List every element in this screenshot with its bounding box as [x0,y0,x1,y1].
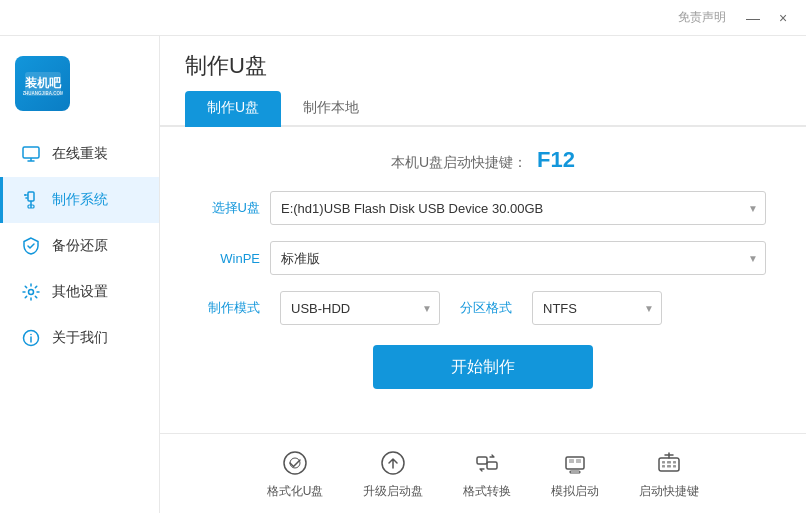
mode-select[interactable]: USB-HDD USB-ZIP USB-FDD [280,291,440,325]
upgrade-boot-icon [378,448,408,478]
svg-text:装机吧: 装机吧 [25,76,62,90]
tab-make-usb[interactable]: 制作U盘 [185,91,281,127]
svg-point-17 [284,452,306,474]
boot-shortcut-label: 启动快捷键 [639,483,699,500]
winpe-select-wrapper: 标准版 精简版 高级版 ▼ [270,241,766,275]
svg-point-18 [290,458,300,468]
svg-rect-27 [662,461,665,464]
part-label: 分区格式 [460,299,512,317]
shortcut-hint: 本机U盘启动快捷键： F12 [200,147,766,173]
part-select-wrapper: NTFS FAT32 exFAT ▼ [532,291,662,325]
app-container: 装机吧 ZHUANGJIBA.COM 在线重装 [0,36,806,513]
format-convert-label: 格式转换 [463,483,511,500]
title-bar: 免责声明 — × [0,0,806,36]
content-area: 制作U盘 制作U盘 制作本地 本机U盘启动快捷键： F12 选择U盘 E:(hd… [160,36,806,513]
shortcut-key: F12 [537,147,575,172]
svg-rect-20 [477,457,487,464]
usb-label: 选择U盘 [200,199,260,217]
svg-rect-3 [23,147,39,158]
title-bar-actions: 免责声明 — × [678,8,796,28]
winpe-label: WinPE [200,251,260,266]
simulate-boot-label: 模拟启动 [551,483,599,500]
bottom-tool-format-usb[interactable]: 格式化U盘 [267,448,324,500]
usb-select-wrapper: E:(hd1)USB Flash Disk USB Device 30.00GB… [270,191,766,225]
bottom-bar: 格式化U盘 升级启动盘 [160,433,806,513]
logo-box: 装机吧 ZHUANGJIBA.COM [15,56,70,111]
gear-icon [20,281,42,303]
shield-icon [20,235,42,257]
sidebar-item-online-reinstall[interactable]: 在线重装 [0,131,159,177]
svg-rect-28 [667,461,671,464]
part-select[interactable]: NTFS FAT32 exFAT [532,291,662,325]
format-convert-icon [472,448,502,478]
svg-rect-32 [673,465,676,468]
close-button[interactable]: × [770,8,796,28]
bottom-tool-simulate-boot[interactable]: 模拟启动 [551,448,599,500]
bottom-tool-format-convert[interactable]: 格式转换 [463,448,511,500]
usb-icon [20,189,42,211]
tab-make-local[interactable]: 制作本地 [281,91,381,127]
logo-area: 装机吧 ZHUANGJIBA.COM [0,46,85,131]
format-usb-label: 格式化U盘 [267,483,324,500]
shortcut-prefix: 本机U盘启动快捷键： [391,154,527,170]
svg-point-13 [29,290,34,295]
sidebar-item-backup-restore[interactable]: 备份还原 [0,223,159,269]
mode-select-wrapper: USB-HDD USB-ZIP USB-FDD ▼ [280,291,440,325]
usb-select[interactable]: E:(hd1)USB Flash Disk USB Device 30.00GB [270,191,766,225]
winpe-select-row: WinPE 标准版 精简版 高级版 ▼ [200,241,766,275]
mode-label: 制作模式 [200,299,260,317]
usb-select-row: 选择U盘 E:(hd1)USB Flash Disk USB Device 30… [200,191,766,225]
svg-rect-29 [673,461,676,464]
logo-icon: 装机吧 ZHUANGJIBA.COM [23,64,63,104]
sidebar-label-online-reinstall: 在线重装 [52,145,108,163]
svg-rect-31 [667,465,671,468]
svg-point-16 [30,334,32,336]
svg-rect-23 [570,471,580,473]
simulate-boot-icon [560,448,590,478]
svg-rect-30 [662,465,665,468]
sidebar-item-about-us[interactable]: 关于我们 [0,315,159,361]
sidebar-label-make-system: 制作系统 [52,191,108,209]
minimize-button[interactable]: — [740,8,766,28]
tabs-bar: 制作U盘 制作本地 [160,91,806,127]
svg-point-12 [25,197,27,199]
sidebar-label-about-us: 关于我们 [52,329,108,347]
svg-rect-24 [569,459,574,463]
sidebar-item-make-system[interactable]: 制作系统 [0,177,159,223]
svg-rect-25 [576,459,581,463]
bottom-tool-upgrade-boot[interactable]: 升级启动盘 [363,448,423,500]
winpe-select[interactable]: 标准版 精简版 高级版 [270,241,766,275]
page-title: 制作U盘 [185,51,267,81]
sidebar-item-other-settings[interactable]: 其他设置 [0,269,159,315]
disclaimer-link[interactable]: 免责声明 [678,9,726,26]
boot-shortcut-icon [654,448,684,478]
sidebar: 装机吧 ZHUANGJIBA.COM 在线重装 [0,36,160,513]
sidebar-label-other-settings: 其他设置 [52,283,108,301]
svg-rect-22 [566,457,584,469]
svg-rect-21 [487,462,497,469]
info-icon [20,327,42,349]
upgrade-boot-label: 升级启动盘 [363,483,423,500]
svg-rect-6 [28,192,34,201]
bottom-tool-boot-shortcut[interactable]: 启动快捷键 [639,448,699,500]
start-button[interactable]: 开始制作 [373,345,593,389]
mode-partition-row: 制作模式 USB-HDD USB-ZIP USB-FDD ▼ 分区格式 NTFS… [200,291,766,325]
svg-text:ZHUANGJIBA.COM: ZHUANGJIBA.COM [23,91,63,96]
active-bar [0,177,3,223]
form-area: 本机U盘启动快捷键： F12 选择U盘 E:(hd1)USB Flash Dis… [160,127,806,433]
sidebar-label-backup-restore: 备份还原 [52,237,108,255]
format-usb-icon [280,448,310,478]
svg-rect-26 [659,458,679,471]
monitor-icon [20,143,42,165]
svg-point-11 [24,194,26,196]
content-header: 制作U盘 [160,36,806,81]
